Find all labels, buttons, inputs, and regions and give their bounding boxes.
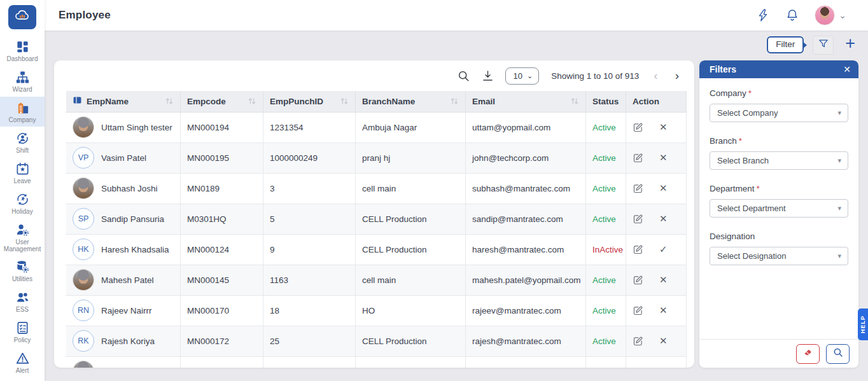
sidebar-item-label: Policy xyxy=(14,336,31,343)
sidebar-item-leave[interactable]: Leave xyxy=(0,158,45,188)
add-button[interactable]: + xyxy=(843,35,858,55)
header-status[interactable]: Status xyxy=(586,91,626,112)
sidebar-item-policy[interactable]: Policy xyxy=(0,317,45,347)
sidebar-item-wizard[interactable]: Wizard xyxy=(0,66,45,96)
header-email[interactable]: Email xyxy=(466,91,586,112)
edit-icon[interactable] xyxy=(633,336,643,347)
sort-icon[interactable] xyxy=(450,97,459,106)
branch-select[interactable]: Select Branch ▾ xyxy=(710,151,848,170)
filters-footer xyxy=(699,339,858,368)
punchid-cell: 25 xyxy=(263,326,356,356)
prev-page-icon[interactable]: ‹ xyxy=(654,69,657,83)
deactivate-icon[interactable]: ✕ xyxy=(659,305,668,316)
header-emppunchid[interactable]: EmpPunchID xyxy=(263,91,356,112)
header-empcode[interactable]: Empcode xyxy=(181,91,263,112)
table-toolbar: 10 ⌄ Showing 1 to 10 of 913 ‹ › xyxy=(54,60,694,91)
sort-icon[interactable] xyxy=(570,97,579,106)
notification-bell-icon[interactable] xyxy=(785,8,799,22)
sidebar-item-label: Holiday xyxy=(11,208,32,215)
sidebar-item-company[interactable]: Company xyxy=(0,97,45,127)
search-icon[interactable] xyxy=(457,69,470,83)
filter-field-branch: Branch* Select Branch ▾ xyxy=(710,136,848,170)
alert-triangle-icon xyxy=(15,350,30,366)
email-cell: sandip@mantratec.com xyxy=(466,204,586,234)
edit-icon[interactable] xyxy=(633,183,643,194)
filter-button[interactable] xyxy=(813,36,834,55)
edit-icon[interactable] xyxy=(633,305,643,316)
download-icon[interactable] xyxy=(481,69,494,83)
sort-icon[interactable] xyxy=(165,97,174,106)
header-action[interactable]: Action xyxy=(626,91,687,112)
deactivate-icon[interactable]: ✕ xyxy=(659,213,668,225)
header-empname[interactable]: EmpName xyxy=(66,91,181,112)
table-row: HKHaresh Khadsalia MN000124 9 CELL Produ… xyxy=(66,234,687,265)
wizard-icon xyxy=(15,69,30,85)
sidebar-item-alert[interactable]: Alert xyxy=(0,347,45,377)
sidebar-item-label: User Management xyxy=(1,239,43,253)
email-cell: subhash@mantratec.com xyxy=(466,173,586,204)
branch-cell: HO xyxy=(356,295,466,326)
filter-field-designation: Designation Select Designation ▾ xyxy=(710,232,848,265)
page-size-select[interactable]: 10 ⌄ xyxy=(505,67,540,85)
sidebar-item-holiday[interactable]: Holiday xyxy=(0,188,45,218)
edit-icon[interactable] xyxy=(633,153,643,163)
deactivate-icon[interactable]: ✕ xyxy=(659,183,668,194)
next-page-icon[interactable]: › xyxy=(675,69,679,83)
email-cell: john@techcorp.com xyxy=(466,142,586,173)
people-icon xyxy=(15,289,30,305)
filters-header: Filters ✕ xyxy=(699,60,858,78)
sidebar-item-label: Utilities xyxy=(12,275,32,282)
sidebar-item-label: Dashboard xyxy=(7,55,38,62)
branch-cell: CELL Production xyxy=(356,234,466,265)
empcode-cell: MN000170 xyxy=(181,295,263,326)
edit-icon[interactable] xyxy=(633,214,643,225)
apply-filters-button[interactable] xyxy=(826,344,850,364)
app-logo[interactable] xyxy=(8,5,36,29)
sidebar-item-shift[interactable]: Shift xyxy=(0,127,45,157)
sidebar-item-dashboard[interactable]: Dashboard xyxy=(0,36,45,66)
deactivate-icon[interactable]: ✕ xyxy=(659,121,668,133)
close-icon[interactable]: ✕ xyxy=(843,64,851,74)
sort-icon[interactable] xyxy=(248,97,256,106)
deactivate-icon[interactable]: ✕ xyxy=(659,152,668,163)
clear-filters-button[interactable] xyxy=(796,344,820,364)
company-select[interactable]: Select Company ▾ xyxy=(710,104,848,122)
field-label: Department xyxy=(710,184,755,193)
user-menu[interactable]: ⌄ xyxy=(815,5,846,25)
designation-select[interactable]: Select Designation ▾ xyxy=(710,247,848,265)
sidebar-item-utilities[interactable]: Utilities xyxy=(0,256,45,286)
table-columns-icon xyxy=(73,95,82,107)
table-row: Subhash Joshi MN0189 3 cell main subhash… xyxy=(66,173,687,204)
sort-icon[interactable] xyxy=(340,97,349,106)
sidebar-item-label: Company xyxy=(9,116,36,123)
deactivate-icon[interactable]: ✕ xyxy=(659,335,668,347)
database-gear-icon xyxy=(15,259,30,274)
flash-icon[interactable] xyxy=(756,8,770,22)
empcode-cell: MN0189 xyxy=(181,173,263,204)
employee-name: Rajeev Nairrr xyxy=(101,306,152,315)
employee-avatar xyxy=(73,116,94,138)
company-icon xyxy=(15,100,30,115)
table-row: Mahesh Patel MN000145 1163 cell main mah… xyxy=(66,265,687,295)
department-select[interactable]: Select Department ▾ xyxy=(710,199,848,218)
policy-document-icon xyxy=(15,320,30,335)
edit-icon[interactable] xyxy=(633,122,643,133)
activate-icon[interactable]: ✓ xyxy=(659,244,668,255)
actions-row: Filter + xyxy=(767,35,858,55)
header-branchname[interactable]: BranchName xyxy=(356,91,466,112)
employee-name: Uttam Singh tester xyxy=(101,123,172,132)
field-label: Designation xyxy=(710,232,755,241)
empcode-cell: MN000145 xyxy=(181,265,263,295)
sidebar-item-ess[interactable]: ESS xyxy=(0,286,45,316)
punchid-cell: 3 xyxy=(263,173,356,204)
edit-icon[interactable] xyxy=(633,275,643,286)
sidebar-item-user-management[interactable]: User Management xyxy=(0,219,45,255)
status-badge: Active xyxy=(592,214,616,224)
page-title: Employee xyxy=(59,9,111,22)
table-row: RKRajesh Koriya MN000172 25 CELL Product… xyxy=(66,326,687,356)
help-tab[interactable]: HELP xyxy=(858,308,868,340)
status-badge: Active xyxy=(592,153,616,163)
edit-icon[interactable] xyxy=(633,244,643,255)
sidebar-item-label: ESS xyxy=(16,306,29,313)
deactivate-icon[interactable]: ✕ xyxy=(659,274,668,286)
